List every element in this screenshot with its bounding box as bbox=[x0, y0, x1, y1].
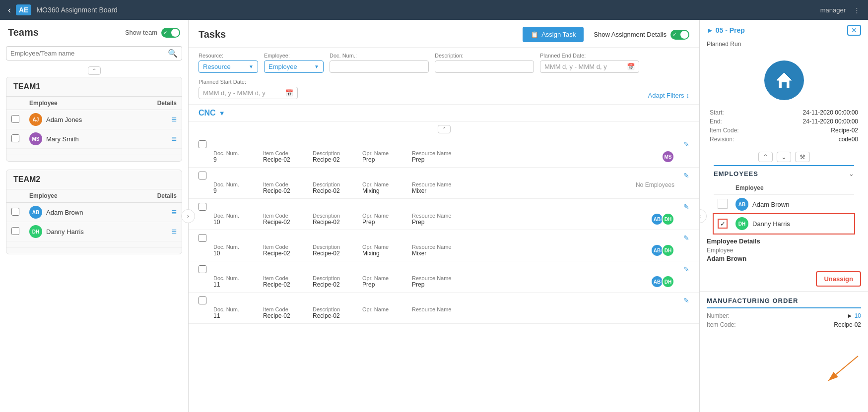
unassign-area: Unassign bbox=[700, 266, 868, 292]
task-item-code-field: Item Code Recipe-02 bbox=[263, 213, 303, 226]
task-checkbox[interactable] bbox=[199, 234, 206, 242]
employees-table: Employee AB Adam Brown ✓ DH Danny Harris bbox=[714, 181, 854, 234]
task-checkbox[interactable] bbox=[199, 203, 206, 211]
search-input[interactable] bbox=[10, 50, 168, 57]
show-team-toggle[interactable]: ✓ bbox=[161, 28, 180, 38]
employee-row: DH Danny Harris bbox=[735, 217, 850, 230]
edit-icon[interactable]: ✎ bbox=[683, 234, 689, 242]
employee-filter-group: Employee: Employee ▼ bbox=[264, 53, 324, 73]
table-row bbox=[6, 149, 182, 155]
planned-start-date-picker[interactable]: MMM d, y - MMM d, y 📅 bbox=[199, 87, 298, 99]
apps-icon[interactable]: ⋮ bbox=[854, 6, 860, 14]
task-doc-num-field: Doc. Num. 9 bbox=[213, 181, 253, 194]
task-fields: Doc. Num. 10 Item Code Recipe-02 Descrip… bbox=[199, 213, 689, 226]
member-name: Mary Smith bbox=[46, 135, 79, 143]
task-row-header: ✎ bbox=[199, 265, 689, 273]
description-filter-label: Description: bbox=[435, 53, 534, 59]
task-resource-name-field: Resource Name Prep bbox=[412, 150, 452, 163]
start-detail-row: Start: 24-11-2020 00:00:00 bbox=[710, 108, 858, 117]
employee-checkbox[interactable]: ✓ bbox=[718, 219, 728, 229]
planned-end-date-picker[interactable]: MMM d, y - MMM d, y 📅 bbox=[540, 60, 639, 73]
cnc-chevron-icon[interactable]: ▼ bbox=[219, 110, 225, 117]
task-checkbox[interactable] bbox=[199, 265, 206, 273]
main-layout: Teams Show team ✓ 🔍 ⌃ bbox=[0, 20, 868, 412]
avatar: MS bbox=[29, 132, 42, 145]
task-checkbox[interactable] bbox=[199, 296, 206, 304]
detail-icon[interactable]: ≡ bbox=[171, 227, 177, 236]
task-checkbox[interactable] bbox=[199, 140, 206, 148]
task-row: ✎ Doc. Num. 10 Item Code Recipe-02 Descr… bbox=[189, 199, 699, 230]
user-label: manager bbox=[820, 6, 846, 14]
table-row bbox=[6, 241, 182, 248]
detail-icon[interactable]: ≡ bbox=[171, 207, 177, 217]
task-opr-name-field: Opr. Name bbox=[362, 306, 402, 312]
employee-checkbox[interactable] bbox=[718, 199, 728, 209]
team1-mary-smith-checkbox[interactable] bbox=[11, 134, 19, 142]
detail-icon[interactable]: ≡ bbox=[171, 115, 177, 124]
team1-adam-jones-checkbox[interactable] bbox=[11, 115, 19, 123]
unassign-button[interactable]: Unassign bbox=[816, 271, 861, 287]
adapt-filters-button[interactable]: Adapt Filters ↕ bbox=[648, 92, 689, 99]
toggle-check-icon: ✓ bbox=[672, 31, 677, 38]
app-title: MO360 Assignment Board bbox=[36, 6, 117, 14]
task-area: ⌃ ✎ Doc. Num. 9 Item Code Recipe-02 Desc… bbox=[189, 122, 699, 412]
description-value: Recipe-02 bbox=[313, 187, 352, 194]
employee-filter-select[interactable]: Employee ▼ bbox=[264, 60, 324, 73]
employees-chevron-icon[interactable]: ⌄ bbox=[849, 170, 854, 177]
collapse-arrow-button[interactable]: ⌃ bbox=[88, 66, 101, 75]
list-item: AB Adam Brown bbox=[714, 195, 854, 214]
avatar: DH bbox=[662, 275, 674, 288]
back-button[interactable]: ‹ bbox=[8, 5, 11, 15]
task-doc-num-field: Doc. Num. 10 bbox=[213, 213, 253, 226]
employees-table-body: AB Adam Brown ✓ DH Danny Harris bbox=[714, 195, 854, 234]
wrench-button[interactable]: ⚒ bbox=[795, 152, 810, 162]
task-opr-name-field: Opr. Name Prep bbox=[362, 213, 402, 226]
center-header: Tasks 📋 Assign Task Show Assignment Deta… bbox=[189, 20, 699, 48]
description-input[interactable] bbox=[435, 60, 534, 73]
assign-task-button[interactable]: 📋 Assign Task bbox=[523, 27, 584, 42]
edit-icon[interactable]: ✎ bbox=[683, 265, 689, 273]
prep-link[interactable]: ► 05 - Prep bbox=[707, 26, 745, 34]
description-label: Description bbox=[313, 213, 352, 219]
task-avatars-area: ABDH bbox=[462, 244, 674, 257]
search-icon[interactable]: 🔍 bbox=[168, 49, 178, 58]
resource-name-label: Resource Name bbox=[412, 275, 452, 281]
left-panel: Teams Show team ✓ 🔍 ⌃ bbox=[0, 20, 189, 412]
avatar: DH bbox=[29, 225, 42, 238]
employees-title: EMPLOYEES bbox=[714, 170, 758, 177]
item-code-value: Recipe-02 bbox=[263, 281, 303, 288]
mfg-number-value[interactable]: ► 10 bbox=[847, 312, 861, 319]
revision-detail-row: Revision: code00 bbox=[710, 135, 858, 144]
mfg-item-row: Item Code: Recipe-02 bbox=[707, 320, 861, 329]
edit-icon[interactable]: ✎ bbox=[683, 140, 689, 148]
nav-up-button[interactable]: ⌃ bbox=[758, 152, 773, 162]
toggle-check-icon: ✓ bbox=[163, 29, 168, 36]
revision-value: code00 bbox=[839, 136, 858, 143]
resource-filter-group: Resource: Resource ▼ bbox=[199, 53, 258, 73]
show-assignment-toggle[interactable]: ✓ bbox=[670, 30, 689, 40]
team2-danny-harris-checkbox[interactable] bbox=[11, 227, 19, 235]
resource-filter-select[interactable]: Resource ▼ bbox=[199, 60, 258, 73]
team2-adam-brown-checkbox[interactable] bbox=[11, 208, 19, 216]
left-panel-collapse-button[interactable]: › bbox=[181, 209, 195, 223]
mfg-number-link[interactable]: 10 bbox=[855, 312, 861, 319]
task-collapse-button[interactable]: ⌃ bbox=[438, 125, 451, 133]
item-code-label: Item Code bbox=[263, 306, 303, 312]
planned-end-placeholder: MMM d, y - MMM d, y bbox=[544, 63, 607, 70]
edit-icon[interactable]: ✎ bbox=[683, 172, 689, 179]
doc-num-value: 9 bbox=[213, 187, 253, 194]
planned-end-filter-group: Planned End Date: MMM d, y - MMM d, y 📅 bbox=[540, 53, 639, 73]
edit-icon[interactable]: ✎ bbox=[683, 296, 689, 304]
edit-icon[interactable]: ✎ bbox=[683, 203, 689, 211]
task-checkbox[interactable] bbox=[199, 172, 206, 179]
close-button[interactable]: ✕ bbox=[847, 25, 861, 36]
doc-num-input[interactable] bbox=[330, 60, 429, 73]
nav-down-button[interactable]: ⌄ bbox=[777, 152, 791, 162]
employees-section: EMPLOYEES ⌄ Employee AB Adam bbox=[714, 165, 854, 234]
detail-icon[interactable]: ≡ bbox=[171, 134, 177, 144]
task-item-code-field: Item Code Recipe-02 bbox=[263, 181, 303, 194]
task-avatar-group: MS bbox=[664, 150, 674, 163]
item-code-label: Item Code bbox=[263, 181, 303, 187]
employee-name-value: Adam Brown bbox=[707, 255, 746, 262]
table-row: DH Danny Harris ≡ bbox=[6, 222, 182, 241]
